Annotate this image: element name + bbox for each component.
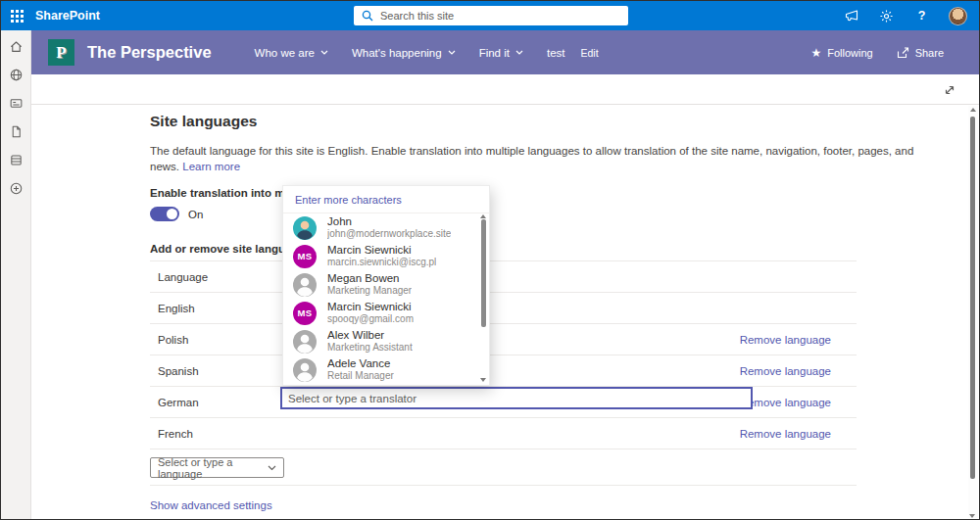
person-detail: john@modernworkplace.site [327, 228, 451, 241]
edit-nav-link[interactable]: Edit [581, 47, 599, 59]
learn-more-link[interactable]: Learn more [182, 161, 240, 172]
chevron-down-icon [515, 50, 523, 55]
person-detail: Retail Manager [327, 370, 394, 383]
person-silhouette-icon [293, 273, 317, 297]
person-suggestion[interactable]: MS Marcin Siewnicki spooqy@gmail.com [283, 299, 489, 327]
person-detail: marcin.siewnicki@iscg.pl [327, 257, 436, 269]
create-icon[interactable] [9, 181, 24, 196]
share-icon [897, 47, 909, 59]
remove-language-link[interactable]: Remove language [740, 365, 857, 377]
scroll-down-arrow[interactable] [480, 378, 486, 382]
person-avatar: MS [293, 245, 317, 268]
person-avatar [293, 330, 317, 354]
following-button[interactable]: ★ Following [810, 47, 872, 59]
star-icon: ★ [810, 47, 821, 59]
page-scrollbar-thumb[interactable] [970, 117, 975, 479]
people-picker-flyout: Enter more characters John john@modernwo… [282, 185, 490, 386]
search-icon [362, 10, 373, 22]
table-header-row: Language [150, 261, 857, 293]
help-icon[interactable]: ? [913, 8, 930, 24]
person-name: John [327, 214, 451, 228]
remove-language-link[interactable]: Remove language [740, 334, 857, 346]
expand-panel-icon[interactable] [942, 82, 957, 98]
person-suggestion[interactable]: Megan Bowen Marketing Manager [283, 270, 489, 299]
document-icon[interactable] [9, 124, 24, 139]
language-name: English [158, 303, 195, 314]
person-suggestion[interactable]: Alex Wilber Marketing Assistant [283, 327, 489, 355]
person-suggestion[interactable] [283, 384, 489, 386]
home-icon[interactable] [9, 39, 24, 54]
language-select-placeholder: Select or type a language [158, 456, 268, 480]
app-bar [1, 30, 31, 519]
nav-item-label: Who we are [255, 47, 315, 59]
page-scrollbar[interactable] [968, 106, 978, 518]
person-silhouette-icon [293, 330, 317, 354]
person-detail: Marketing Assistant [327, 342, 413, 355]
person-name: Alex Wilber [327, 328, 413, 342]
user-avatar[interactable] [949, 7, 967, 25]
advanced-settings-link[interactable]: Show advanced settings [150, 499, 272, 511]
app-launcher-icon[interactable] [11, 10, 24, 23]
page-title: Site languages [150, 113, 968, 130]
search-box[interactable] [354, 6, 628, 25]
remove-language-link[interactable]: Remove language [740, 428, 857, 440]
settings-gear-icon[interactable] [878, 8, 895, 24]
person-name: Adele Vance [327, 356, 394, 370]
chevron-down-icon [320, 50, 328, 55]
person-suggestion[interactable]: Adele Vance Retail Manager [283, 355, 489, 384]
suite-bar-actions: ? [843, 7, 979, 25]
site-languages-panel: Site languages The default language for … [31, 105, 968, 518]
person-name: Marcin Siewnicki [327, 243, 436, 257]
select-chevron-icon [268, 465, 276, 471]
scrollbar-thumb[interactable] [481, 219, 486, 327]
picker-hint: Enter more characters [283, 186, 489, 213]
sharepoint-window: SharePoint ? P The Perspective Who w [0, 0, 980, 520]
language-select[interactable]: Select or type a language [150, 457, 284, 478]
nav-item[interactable]: What's happening [352, 47, 456, 59]
search-input[interactable] [380, 10, 620, 22]
add-language-row: Select or type a language [150, 449, 857, 486]
language-row: Polish Remove language [150, 324, 857, 355]
nav-item[interactable]: Find it [479, 47, 523, 59]
language-row: English [150, 293, 857, 324]
panel-toolbar [31, 74, 979, 105]
translation-toggle-row: On [150, 207, 968, 221]
remove-language-link[interactable]: Remove language [740, 397, 857, 408]
toggle-label: Enable translation into multiple languag… [150, 187, 968, 199]
language-name: German [158, 397, 199, 408]
person-avatar: MS [293, 302, 317, 325]
globe-icon[interactable] [9, 68, 24, 82]
site-nav: Who we are What's happening Find it test [255, 47, 565, 59]
share-button[interactable]: Share [897, 47, 944, 59]
nav-item[interactable]: Who we are [255, 47, 328, 59]
news-icon[interactable] [9, 96, 24, 111]
language-table: Language English Polish Remove language … [150, 260, 857, 449]
person-avatar [293, 273, 317, 297]
person-suggestion[interactable]: MS Marcin Siewnicki marcin.siewnicki@isc… [283, 242, 489, 270]
scroll-up-arrow[interactable] [480, 214, 486, 218]
person-name: Marcin Siewnicki [327, 300, 414, 313]
site-logo[interactable]: P [48, 39, 74, 66]
language-row: French Remove language [150, 418, 857, 449]
lists-icon[interactable] [9, 153, 24, 167]
language-name: French [158, 428, 193, 440]
person-detail: Marketing Manager [327, 285, 412, 298]
languages-section-label: Add or remove site languages [150, 243, 968, 255]
header-actions: ★ Following Share [810, 47, 979, 59]
nav-item-label: What's happening [352, 47, 442, 59]
chevron-down-icon [448, 50, 456, 55]
translation-toggle[interactable] [150, 207, 179, 221]
language-name: Spanish [158, 365, 199, 377]
page-scroll-down-arrow[interactable] [969, 514, 975, 518]
page-scroll-up-arrow[interactable] [970, 108, 976, 112]
site-title[interactable]: The Perspective [87, 43, 212, 62]
picker-scrollbar[interactable] [479, 214, 487, 382]
megaphone-icon[interactable] [843, 8, 859, 24]
person-silhouette-icon [293, 358, 317, 382]
person-name: Megan Bowen [327, 271, 412, 285]
person-suggestion[interactable]: John john@modernworkplace.site [283, 213, 489, 242]
nav-item[interactable]: test [547, 47, 565, 59]
translator-input[interactable] [280, 387, 753, 409]
language-column-header: Language [158, 271, 208, 283]
sharepoint-brand[interactable]: SharePoint [35, 9, 100, 23]
